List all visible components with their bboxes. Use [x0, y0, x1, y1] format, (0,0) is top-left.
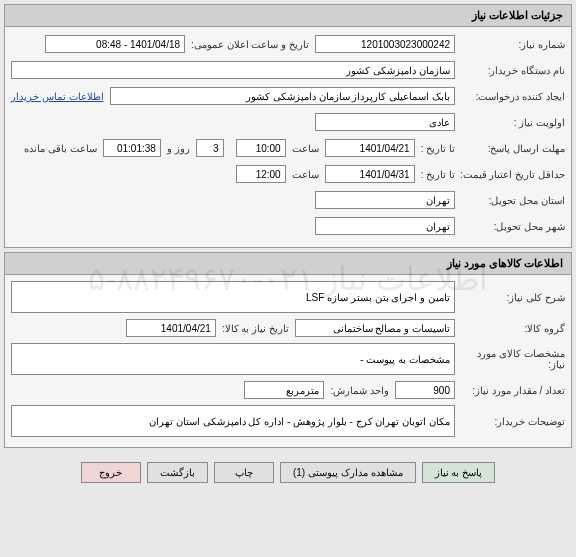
- respond-button[interactable]: پاسخ به نیاز: [422, 462, 496, 483]
- hours-remain-value: 01:01:38: [103, 139, 161, 157]
- pubdate-value: 1401/04/18 - 08:48: [45, 35, 185, 53]
- days-remain-value: 3: [196, 139, 224, 157]
- goods-info-header: اطلاعات کالاهای مورد نیاز: [5, 253, 571, 275]
- group-label: گروه کالا:: [455, 323, 565, 334]
- back-button[interactable]: بازگشت: [147, 462, 208, 483]
- deadline-time-value: 10:00: [236, 139, 286, 157]
- reqnum-label: شماره نیاز:: [455, 39, 565, 50]
- contact-link[interactable]: اطلاعات تماس خریدار: [11, 91, 104, 102]
- priority-value: عادی: [315, 113, 455, 131]
- need-details-header: جزئیات اطلاعات نیاز: [5, 5, 571, 27]
- valid-time-value: 12:00: [236, 165, 286, 183]
- goods-info-section: اطلاعات کالاهای مورد نیاز شرح کلی نیاز: …: [4, 252, 572, 448]
- need-details-section: جزئیات اطلاعات نیاز شماره نیاز: 12010030…: [4, 4, 572, 248]
- qty-value: 900: [395, 381, 455, 399]
- province-label: استان محل تحویل:: [455, 195, 565, 206]
- deadline-label: مهلت ارسال پاسخ:: [455, 143, 565, 154]
- creator-label: ایجاد کننده درخواست:: [455, 91, 565, 102]
- buyer-value: سازمان دامپزشکی کشور: [11, 61, 455, 79]
- min-valid-label: حداقل تاریخ اعتبار قیمت:: [455, 169, 565, 180]
- reqnum-value: 1201003023000242: [315, 35, 455, 53]
- time-label-2: ساعت: [286, 169, 325, 180]
- spec-value: مشخصات به پیوست -: [11, 343, 455, 375]
- notes-label: توضیحات خریدار:: [455, 416, 565, 427]
- valid-date-value: 1401/04/31: [325, 165, 415, 183]
- city-value: تهران: [315, 217, 455, 235]
- buyer-label: نام دستگاه خریدار:: [455, 65, 565, 76]
- itemdate-value: 1401/04/21: [126, 319, 216, 337]
- time-label-1: ساعت: [286, 143, 325, 154]
- days-label: روز و: [161, 143, 196, 154]
- to-date-label-2: تا تاریخ :: [415, 169, 455, 180]
- priority-label: اولویت نیاز :: [455, 117, 565, 128]
- button-row: پاسخ به نیاز مشاهده مدارک پیوستی (1) چاپ…: [0, 452, 576, 493]
- print-button[interactable]: چاپ: [214, 462, 274, 483]
- desc-label: شرح کلی نیاز:: [455, 292, 565, 303]
- unit-label: واحد شمارش:: [324, 385, 395, 396]
- exit-button[interactable]: خروج: [81, 462, 141, 483]
- itemdate-label: تاریخ نیاز به کالا:: [216, 323, 295, 334]
- pubdate-label: تاریخ و ساعت اعلان عمومی:: [185, 39, 315, 50]
- to-date-label-1: تا تاریخ :: [415, 143, 455, 154]
- group-value: تاسیسات و مصالح ساختمانی: [295, 319, 455, 337]
- attachments-button[interactable]: مشاهده مدارک پیوستی (1): [280, 462, 416, 483]
- desc-value: تامین و اجرای بتن بستر سازه LSF: [11, 281, 455, 313]
- unit-value: مترمربع: [244, 381, 324, 399]
- deadline-date-value: 1401/04/21: [325, 139, 415, 157]
- province-value: تهران: [315, 191, 455, 209]
- notes-value: مکان اتوبان تهران کرج - بلوار پژوهش - اد…: [11, 405, 455, 437]
- qty-label: تعداد / مقدار مورد نیاز:: [455, 385, 565, 396]
- spec-label: مشخصات کالای مورد نیاز:: [455, 348, 565, 370]
- creator-value: بابک اسماعیلی کارپرداز سازمان دامپزشکی ک…: [110, 87, 455, 105]
- hours-label: ساعت باقی مانده: [18, 143, 103, 154]
- city-label: شهر محل تحویل:: [455, 221, 565, 232]
